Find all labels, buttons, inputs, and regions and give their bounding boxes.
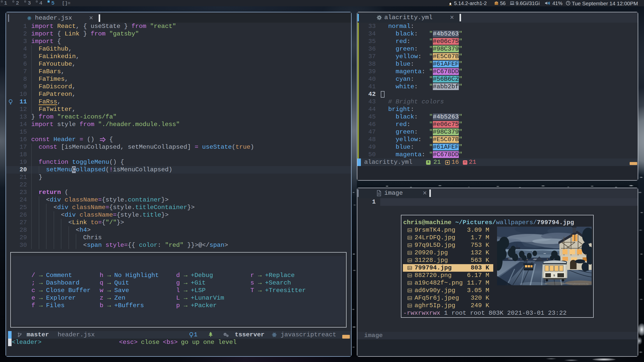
svg-text:9: 9 [553, 274, 555, 277]
svg-text:www.DesktopBackground.org: www.DesktopBackground.org [562, 283, 588, 285]
